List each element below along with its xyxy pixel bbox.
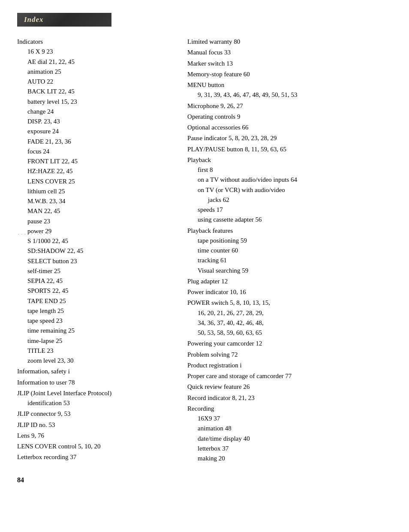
list-item: speeds 17 (187, 205, 392, 215)
right-entries: Limited warranty 80Manual focus 33Marker… (187, 37, 392, 463)
list-item: making 20 (187, 454, 392, 463)
list-item: Manual focus 33 (187, 48, 392, 57)
list-item: Product registration i (187, 361, 392, 370)
list-item: AE dial 21, 22, 45 (17, 57, 174, 67)
list-item: Quick review feature 26 (187, 382, 392, 392)
list-item: letterbox 37 (187, 444, 392, 454)
list-item: SD:SHADOW 22, 45 (17, 246, 174, 256)
list-item: Proper care and storage of camcorder 77 (187, 371, 392, 381)
left-column: Indicators16 X 9 23AE dial 21, 22, 45ani… (17, 36, 174, 463)
list-item: HZ:HAZE 22, 45 (17, 166, 174, 176)
list-item: Limited warranty 80 (187, 37, 392, 47)
list-item: Plug adapter 12 (187, 277, 392, 286)
list-item: Microphone 9, 26, 27 (187, 101, 392, 111)
list-item: Pause indicator 5, 8, 20, 23, 28, 29 (187, 133, 392, 143)
list-item: change 24 (17, 107, 174, 117)
list-item: 50, 53, 58, 59, 60, 63, 65 (187, 328, 392, 338)
list-item: focus 24 (17, 147, 174, 156)
header-title: Index (24, 15, 44, 24)
list-item: animation 48 (187, 424, 392, 433)
list-item: SPORTS 22, 45 (17, 286, 174, 296)
list-item: BACK LIT 22, 45 (17, 87, 174, 96)
list-item: time counter 60 (187, 246, 392, 255)
right-column: Limited warranty 80Manual focus 33Marker… (187, 36, 392, 463)
list-item: TITLE 23 (17, 346, 174, 356)
list-item: LENS COVER 25 (17, 177, 174, 186)
list-item: on a TV without audio/video inputs 64 (187, 175, 392, 185)
list-item: Lens 9, 76 (17, 431, 174, 441)
list-item: Information, safety i (17, 367, 174, 376)
list-item: pause 23 (17, 216, 174, 226)
list-item: Marker switch 13 (187, 59, 392, 69)
page-container: Index Indicators16 X 9 23AE dial 21, 22,… (0, 0, 409, 532)
list-item: zoom level 23, 30 (17, 356, 174, 366)
list-item: exposure 24 (17, 126, 174, 136)
list-item: Optional accessories 66 (187, 123, 392, 132)
list-item: first 8 (187, 165, 392, 175)
list-item: AUTO 22 (17, 77, 174, 87)
list-item: jacks 62 (187, 195, 392, 205)
list-item: tape speed 23 (17, 316, 174, 326)
list-item: LENS COVER control 5, 10, 20 (17, 442, 174, 451)
list-item: POWER switch 5, 8, 10, 13, 15, (187, 298, 392, 308)
list-item: time remaining 25 (17, 326, 174, 336)
list-item: MAN 22, 45 (17, 206, 174, 216)
decorative-sidebar: · · · · · · · · · · · (18, 231, 52, 237)
list-item: Powering your camcorder 12 (187, 339, 392, 349)
list-item: 16, 20, 21, 26, 27, 28, 29, (187, 308, 392, 318)
list-item: on TV (or VCR) with audio/video (187, 185, 392, 195)
header-bar: Index (17, 13, 111, 27)
list-item: Memory-stop feature 60 (187, 69, 392, 79)
list-item: Power indicator 10, 16 (187, 287, 392, 297)
list-item: 16 X 9 23 (17, 47, 174, 57)
list-item: Information to user 78 (17, 378, 174, 388)
page-number: 84 (17, 476, 24, 484)
list-item: MENU button (187, 80, 392, 90)
list-item: tape positioning 59 (187, 236, 392, 246)
list-item: tape length 25 (17, 306, 174, 316)
list-item: S 1/1000 22, 45 (17, 236, 174, 246)
list-item: Recording (187, 404, 392, 414)
list-item: 34, 36, 37, 40, 42, 46, 48, (187, 318, 392, 328)
list-item: Playback features (187, 226, 392, 236)
list-item: Record indicator 8, 21, 23 (187, 393, 392, 403)
list-item: date/time display 40 (187, 434, 392, 444)
list-item: self-timer 25 (17, 266, 174, 276)
list-item: 9, 31, 39, 43, 46, 47, 48, 49, 50, 51, 5… (187, 90, 392, 100)
list-item: PLAY/PAUSE button 8, 11, 59, 63, 65 (187, 144, 392, 154)
page-number-footer: 84 (17, 476, 392, 484)
list-item: Indicators (17, 37, 174, 47)
list-item: using cassette adapter 56 (187, 215, 392, 225)
list-item: Visual searching 59 (187, 266, 392, 276)
list-item: Problem solving 72 (187, 350, 392, 360)
list-item: Playback (187, 155, 392, 165)
list-item: JLIP ID no. 53 (17, 420, 174, 430)
list-item: DISP. 23, 43 (17, 117, 174, 126)
list-item: SELECT button 23 (17, 256, 174, 266)
list-item: FADE 21, 23, 36 (17, 137, 174, 147)
content-area: Indicators16 X 9 23AE dial 21, 22, 45ani… (17, 36, 392, 463)
list-item: SEPIA 22, 45 (17, 276, 174, 286)
list-item: 16X9 37 (187, 414, 392, 424)
list-item: tracking 61 (187, 255, 392, 265)
left-entries: Indicators16 X 9 23AE dial 21, 22, 45ani… (17, 37, 174, 463)
list-item: lithium cell 25 (17, 186, 174, 196)
list-item: animation 25 (17, 67, 174, 77)
list-item: identification 53 (17, 398, 174, 408)
list-item: battery level 15, 23 (17, 97, 174, 107)
list-item: M.W.B. 23, 34 (17, 196, 174, 206)
list-item: JLIP connector 9, 53 (17, 409, 174, 419)
list-item: FRONT LIT 22, 45 (17, 156, 174, 166)
list-item: Letterbox recording 37 (17, 452, 174, 462)
list-item: JLIP (Joint Level Interface Protocol) (17, 388, 174, 398)
list-item: time-lapse 25 (17, 336, 174, 346)
list-item: Operating controls 9 (187, 112, 392, 122)
list-item: TAPE END 25 (17, 296, 174, 306)
